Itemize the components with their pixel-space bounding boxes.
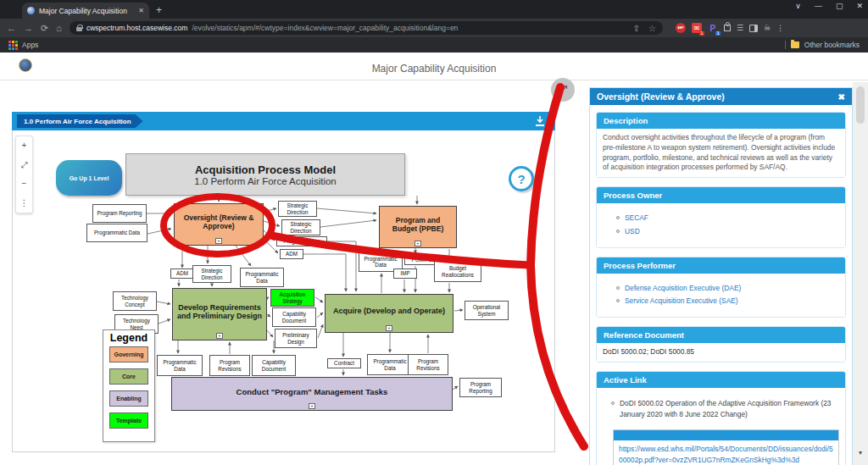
expand-icon[interactable]: + bbox=[415, 241, 421, 246]
model-subtitle: 1.0 Perform Air Force Acquisition bbox=[194, 176, 336, 186]
window-maximize-button[interactable]: ▢ bbox=[836, 2, 843, 10]
adblock-extension-icon[interactable]: ABP bbox=[676, 23, 686, 33]
skull-extension-icon[interactable]: ☠ bbox=[764, 24, 771, 32]
other-bookmarks[interactable]: Other bookmarks bbox=[804, 41, 860, 49]
process-performer-link[interactable]: Defense Acquisition Executive (DAE) bbox=[625, 284, 741, 294]
io-box-programmatic-data: Programmatic Data bbox=[86, 224, 147, 242]
expand-panel-button[interactable]: ⤢ bbox=[551, 78, 575, 102]
section-process-owner: Process Owner SECAF USD bbox=[596, 186, 846, 248]
window-minimize-button[interactable]: — bbox=[815, 2, 822, 10]
download-icon[interactable] bbox=[534, 115, 546, 127]
panel-body: Description Conduct oversight activities… bbox=[590, 105, 852, 465]
tab-favicon bbox=[27, 7, 35, 14]
legend-item-governing: Governing bbox=[109, 346, 148, 363]
process-owner-link[interactable]: SECAF bbox=[625, 213, 648, 224]
io-box-acquisition-strategy: Acquisition Strategy bbox=[270, 289, 314, 307]
model-title-box: Acquisition Process Model 1.0 Perform Ai… bbox=[125, 153, 405, 196]
folder-icon bbox=[791, 42, 799, 48]
reference-document-text: DoDI 5000.02; DoDI 5000.85 bbox=[597, 343, 845, 362]
bullet-icon bbox=[616, 286, 620, 290]
process-performer-link[interactable]: Service Acquisition Executive (SAE) bbox=[625, 296, 738, 307]
section-description: Description Conduct oversight activities… bbox=[596, 112, 846, 178]
tab-close-icon[interactable]: ✕ bbox=[138, 7, 144, 14]
window-close-button[interactable]: ✕ bbox=[856, 2, 863, 10]
panel-scrollbar-track[interactable] bbox=[853, 82, 868, 465]
url-domain: cwspectrum.host.casewise.com bbox=[86, 24, 188, 32]
bookmarks-bar: Apps Other bookmarks bbox=[0, 37, 868, 53]
browser-tab-strip: Major Capability Acquisition ✕ + ∨ — ▢ ✕ bbox=[0, 0, 868, 19]
browser-menu-icon[interactable]: ⋮ bbox=[776, 24, 784, 32]
expand-icon[interactable]: + bbox=[386, 325, 392, 331]
process-box-ppbe[interactable]: Program and Budget (PPBE)+ bbox=[379, 206, 457, 248]
io-box-program-revisions: Program Revisions bbox=[209, 355, 250, 376]
io-box-preliminary-design: Preliminary Design bbox=[275, 329, 317, 348]
more-options-button[interactable]: ⋮ bbox=[20, 199, 29, 208]
io-box-strategic-direction: Strategic Direction bbox=[278, 201, 317, 217]
p-glyph: P bbox=[710, 24, 716, 33]
list-item: SECAF bbox=[616, 213, 839, 224]
panel-close-icon[interactable]: ✖ bbox=[838, 92, 845, 102]
side-panel-icon[interactable] bbox=[749, 25, 758, 32]
scroll-down-arrow[interactable]: ▾ bbox=[853, 449, 868, 457]
extensions-puzzle-icon[interactable] bbox=[724, 25, 731, 31]
active-link-url[interactable]: https://www.esd.whs.mil/Portals/54/Docum… bbox=[614, 440, 838, 465]
tab-search-icon[interactable]: ∨ bbox=[795, 2, 801, 10]
section-header: Process Performer bbox=[597, 257, 845, 274]
mail-glyph: ✉ bbox=[694, 25, 700, 32]
process-box-oversight[interactable]: Oversight (Review & Approve)+ bbox=[174, 203, 264, 246]
expand-icon[interactable]: + bbox=[309, 403, 315, 409]
list-item: Defense Acquisition Executive (DAE) bbox=[616, 284, 839, 294]
forward-button[interactable]: → bbox=[24, 24, 33, 33]
io-box-programmatic-data: Programmatic Data bbox=[367, 354, 413, 375]
section-reference-document: Reference Document DoDI 5000.02; DoDI 50… bbox=[596, 326, 846, 363]
reload-button[interactable]: ⟳ bbox=[41, 24, 48, 33]
url-path: /evolve/statics/apm/#/cwtype=index&cwvie… bbox=[192, 24, 628, 32]
go-up-level-button[interactable]: Go Up 1 Level bbox=[56, 160, 122, 196]
process-box-develop[interactable]: Develop Requirements and Preliminary Des… bbox=[172, 288, 267, 340]
zoom-in-button[interactable]: + bbox=[22, 141, 27, 150]
panel-scrollbar-thumb[interactable] bbox=[856, 86, 865, 124]
back-button[interactable]: ← bbox=[7, 24, 16, 33]
fit-screen-button[interactable]: ⤢ bbox=[21, 161, 28, 169]
panel-title-bar: Oversight (Review & Approve) ✖ bbox=[590, 88, 852, 105]
apps-grid-icon[interactable] bbox=[8, 41, 18, 50]
reading-list-icon[interactable]: ☰ bbox=[737, 24, 743, 32]
new-tab-button[interactable]: + bbox=[156, 4, 162, 16]
process-box-acquire[interactable]: Acquire (Develop and Operate)+ bbox=[325, 294, 453, 333]
section-active-link: Active Link DoDI 5000.02 Operation of th… bbox=[596, 371, 846, 465]
section-header: Description bbox=[597, 113, 845, 129]
model-title: Acquisition Process Model bbox=[195, 163, 336, 176]
io-box-program-reporting: Program Reporting bbox=[92, 204, 147, 223]
section-header: Reference Document bbox=[597, 327, 845, 343]
list-item: DoDI 5000.02 Operation of the Adaptive A… bbox=[611, 398, 839, 420]
legend-item-core: Core bbox=[109, 368, 148, 385]
panel-title: Oversight (Review & Approve) bbox=[597, 91, 725, 102]
active-link-title: DoDI 5000.02 Operation of the Adaptive A… bbox=[620, 398, 839, 420]
zoom-out-button[interactable]: − bbox=[22, 180, 27, 188]
apps-shortcut[interactable]: Apps bbox=[22, 41, 38, 49]
expand-icon[interactable]: + bbox=[216, 333, 223, 339]
browser-tab[interactable]: Major Capability Acquisition ✕ bbox=[22, 3, 149, 19]
bullet-icon bbox=[611, 401, 615, 405]
io-box-programmatic-data: Programmatic Data bbox=[240, 268, 284, 287]
conduct-label: Conduct "Program" Management Tasks bbox=[236, 387, 388, 396]
lock-icon bbox=[76, 27, 82, 31]
process-owner-link[interactable]: USD bbox=[625, 227, 640, 237]
mail-extension-icon[interactable]: ✉1 bbox=[692, 23, 702, 33]
password-extension-icon[interactable]: P1 bbox=[708, 23, 718, 33]
bullet-icon bbox=[616, 230, 620, 233]
mail-badge: 1 bbox=[699, 31, 704, 36]
expand-icon[interactable]: + bbox=[215, 238, 222, 244]
io-box-capability-document: Capability Document bbox=[272, 307, 316, 327]
process-box-conduct[interactable]: Conduct "Program" Management Tasks+ bbox=[171, 377, 453, 411]
help-button[interactable]: ? bbox=[509, 166, 534, 191]
home-button[interactable]: ⌂ bbox=[56, 24, 62, 33]
share-icon[interactable]: ⇪ bbox=[633, 24, 640, 33]
bookmark-star-icon[interactable]: ☆ bbox=[648, 24, 656, 33]
io-box-operational-system: Operational System bbox=[465, 301, 509, 320]
url-bar[interactable]: cwspectrum.host.casewise.com /evolve/sta… bbox=[70, 21, 663, 35]
breadcrumb-tab[interactable]: 1.0 Perform Air Force Acquisition bbox=[17, 114, 143, 128]
bullet-icon bbox=[616, 299, 620, 302]
page-title: Major Capability Acquisition bbox=[0, 63, 868, 75]
legend-title: Legend bbox=[103, 332, 154, 344]
